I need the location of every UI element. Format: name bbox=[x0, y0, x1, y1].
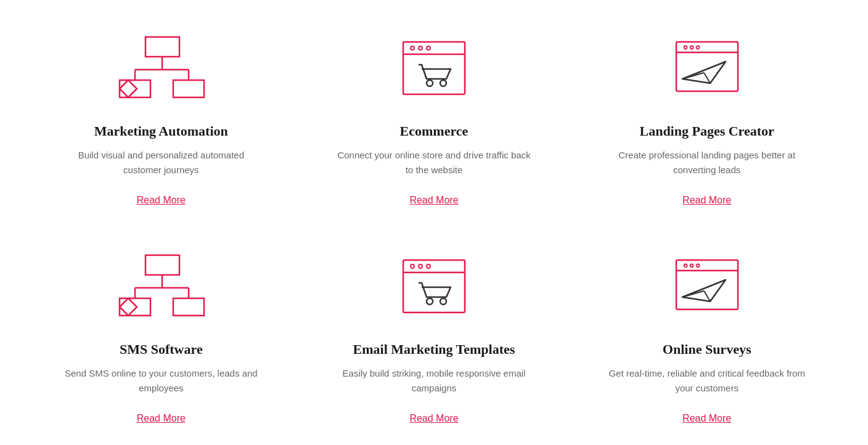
svg-marker-43 bbox=[682, 280, 726, 301]
card-sms-software: SMS Software Send SMS online to your cus… bbox=[25, 231, 298, 445]
card-title: Marketing Automation bbox=[94, 123, 228, 139]
svg-rect-23 bbox=[145, 255, 179, 275]
card-title: Landing Pages Creator bbox=[639, 123, 774, 139]
svg-point-33 bbox=[411, 264, 414, 268]
card-ecommerce: Ecommerce Connect your online store and … bbox=[298, 12, 571, 231]
svg-rect-1 bbox=[120, 80, 150, 97]
svg-marker-7 bbox=[120, 80, 137, 97]
online-surveys-icon bbox=[658, 249, 756, 329]
svg-marker-20 bbox=[682, 62, 726, 83]
card-title: Email Marketing Templates bbox=[353, 341, 515, 357]
svg-point-35 bbox=[427, 264, 430, 268]
svg-marker-30 bbox=[120, 298, 137, 316]
ecommerce-icon bbox=[385, 31, 483, 111]
landing-pages-icon bbox=[658, 31, 756, 111]
marketing-automation-icon bbox=[112, 31, 210, 111]
card-description: Get real-time, reliable and critical fee… bbox=[607, 366, 806, 396]
card-landing-pages: Landing Pages Creator Create professiona… bbox=[570, 12, 843, 231]
card-marketing-automation: Marketing Automation Build visual and pe… bbox=[25, 12, 298, 231]
svg-line-22 bbox=[682, 73, 704, 79]
svg-point-11 bbox=[419, 46, 422, 50]
svg-point-17 bbox=[684, 46, 687, 49]
read-more-link[interactable]: Read More bbox=[682, 413, 731, 424]
card-online-surveys: Online Surveys Get real-time, reliable a… bbox=[570, 231, 843, 445]
svg-point-34 bbox=[419, 264, 422, 268]
feature-grid: Marketing Automation Build visual and pe… bbox=[0, 0, 868, 445]
read-more-link[interactable]: Read More bbox=[682, 195, 731, 206]
svg-rect-2 bbox=[173, 80, 204, 97]
card-description: Easily build striking, mobile responsive… bbox=[335, 366, 534, 396]
svg-point-12 bbox=[427, 46, 430, 50]
card-description: Build visual and personalized automated … bbox=[62, 148, 261, 178]
card-description: Connect your online store and drive traf… bbox=[335, 148, 534, 178]
svg-point-42 bbox=[696, 264, 699, 267]
svg-point-41 bbox=[690, 264, 693, 267]
svg-point-18 bbox=[690, 46, 693, 49]
svg-line-45 bbox=[682, 291, 704, 297]
svg-rect-24 bbox=[120, 298, 150, 316]
svg-point-13 bbox=[427, 80, 433, 86]
card-title: SMS Software bbox=[120, 341, 203, 357]
read-more-link[interactable]: Read More bbox=[137, 195, 186, 206]
read-more-link[interactable]: Read More bbox=[409, 413, 458, 424]
card-description: Send SMS online to your customers, leads… bbox=[62, 366, 261, 396]
svg-point-19 bbox=[696, 46, 699, 49]
svg-rect-0 bbox=[145, 37, 179, 57]
svg-point-14 bbox=[440, 80, 446, 86]
card-email-marketing: Email Marketing Templates Easily build s… bbox=[298, 231, 571, 445]
svg-point-37 bbox=[440, 298, 446, 304]
sms-software-icon bbox=[112, 249, 210, 329]
card-title: Online Surveys bbox=[663, 341, 751, 357]
svg-point-10 bbox=[411, 46, 414, 50]
card-title: Ecommerce bbox=[400, 123, 469, 139]
read-more-link[interactable]: Read More bbox=[137, 413, 186, 424]
card-description: Create professional landing pages better… bbox=[607, 148, 806, 178]
svg-rect-25 bbox=[173, 298, 204, 316]
email-marketing-icon bbox=[385, 249, 483, 329]
read-more-link[interactable]: Read More bbox=[409, 195, 458, 206]
svg-point-40 bbox=[684, 264, 687, 267]
svg-point-36 bbox=[427, 298, 433, 304]
